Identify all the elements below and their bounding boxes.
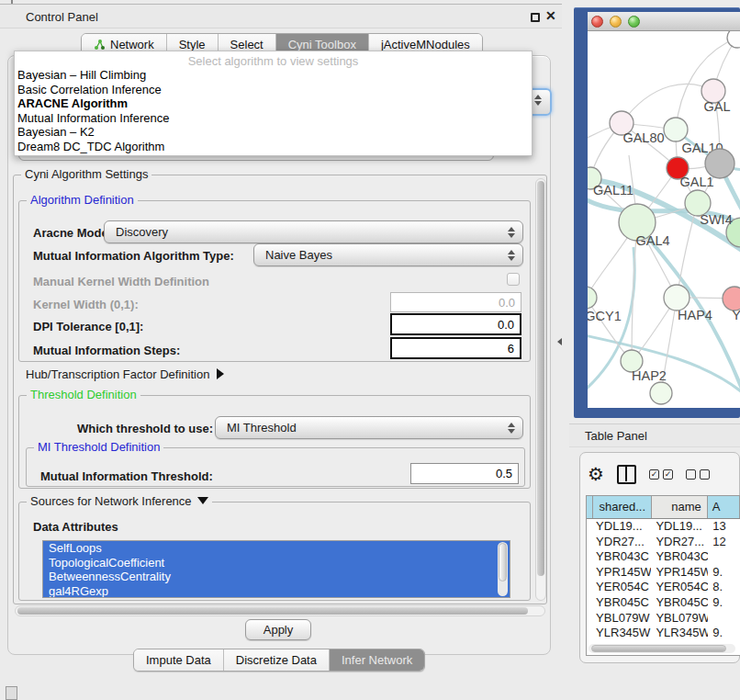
apply-button[interactable]: Apply: [245, 619, 311, 640]
tab-discretize-data[interactable]: Discretize Data: [224, 649, 330, 671]
split-view-icon[interactable]: [617, 465, 636, 484]
table-cell: YBR043C: [591, 549, 651, 565]
node-gal10[interactable]: [664, 118, 688, 141]
attribute-item-betweennesscentrality[interactable]: BetweennessCentrality: [43, 570, 510, 584]
table-row[interactable]: YBR045CYBR045C9.: [587, 595, 740, 611]
which-threshold-combo[interactable]: MI Threshold: [215, 416, 523, 439]
node-label-swi4: SWI4: [700, 212, 732, 227]
mi-threshold-legend: MI Threshold Definition: [34, 440, 163, 454]
table-row[interactable]: YER054CYER054C8.: [587, 580, 740, 595]
table-cell: YBR045C: [591, 595, 651, 611]
tab-label: Select: [230, 38, 263, 51]
gear-icon[interactable]: ⚙: [588, 465, 604, 483]
table-row[interactable]: YBL079WYBL079W: [587, 611, 740, 627]
table-row[interactable]: YBR043CYBR043C: [587, 549, 740, 565]
manual-kernel-checkbox[interactable]: [507, 273, 520, 286]
list-scrollbar[interactable]: [498, 542, 508, 596]
aracne-mode-combo[interactable]: Discovery: [104, 220, 523, 243]
node-label-y: Y: [732, 308, 740, 322]
algorithm-dropdown-list: Select algorithm to view settings Bayesi…: [14, 51, 533, 156]
column-header-stub: [587, 496, 593, 518]
algorithm-option-bayesian-k2[interactable]: Bayesian – K2: [15, 125, 532, 140]
algorithm-option-aracne-algorithm[interactable]: ARACNE Algorithm: [15, 96, 532, 111]
stepper-icon: [503, 423, 520, 434]
column-header-a[interactable]: A: [708, 496, 740, 518]
table-header-row: shared...nameA: [587, 496, 740, 519]
table-row[interactable]: YLR345WYLR345W9.: [587, 626, 740, 641]
table-cell: YBL079W: [591, 611, 651, 627]
mi-threshold-field[interactable]: 0.5: [410, 463, 519, 484]
table-panel-header: Table Panel: [569, 423, 740, 447]
zoom-traffic-icon[interactable]: [628, 16, 640, 28]
stepper-icon: [503, 227, 520, 238]
table-row[interactable]: YDL19...YDL19...13: [587, 519, 740, 535]
table-cell: 13: [708, 519, 740, 535]
settings-vertical-scrollbar[interactable]: [535, 178, 546, 601]
mi-threshold-label: Mutual Information Threshold:: [40, 469, 213, 483]
network-node[interactable]: [650, 382, 672, 404]
node-label-gal11: GAL11: [593, 183, 633, 198]
expand-arrow-icon: [217, 368, 224, 379]
tab-label: Discretize Data: [236, 653, 317, 667]
table-cell: YDL19...: [651, 519, 708, 535]
which-threshold-value: MI Threshold: [227, 421, 503, 435]
dpi-tolerance-field[interactable]: 0.0: [390, 313, 521, 335]
mi-steps-field[interactable]: 6: [390, 337, 521, 359]
dpi-tolerance-label: DPI Tolerance [0,1]:: [33, 320, 143, 333]
network-node[interactable]: [727, 31, 740, 48]
table-horizontal-scrollbar[interactable]: [589, 644, 735, 653]
kernel-width-label: Kernel Width (0,1):: [33, 298, 139, 311]
select-all-icon[interactable]: ✓✓: [649, 469, 673, 480]
table-cell: YDR27...: [591, 535, 651, 550]
table-cell: 12: [708, 535, 740, 550]
table-panel-card: ⚙ ✓✓ shared...nameA YDL19...YDL19...13YD…: [579, 452, 740, 663]
mi-type-value: Naive Bayes: [265, 248, 503, 262]
tab-impute-data[interactable]: Impute Data: [134, 649, 224, 671]
settings-horizontal-scrollbar[interactable]: [15, 605, 545, 616]
column-header-name[interactable]: name: [652, 496, 708, 518]
network-window-titlebar[interactable]: [588, 12, 740, 31]
tab-label: jActiveMNodules: [381, 38, 470, 51]
table-cell: 8.: [708, 580, 740, 595]
attribute-item-selfloops[interactable]: SelfLoops: [43, 541, 510, 556]
dock-mini-icon[interactable]: [6, 686, 17, 700]
hub-section-label: Hub/Transcription Factor Definition: [26, 367, 209, 381]
algorithm-option-bayesian-hill-climbing[interactable]: Bayesian – Hill Climbing: [15, 68, 532, 83]
kernel-width-field[interactable]: 0.0: [390, 292, 521, 312]
node-label-gal4: GAL4: [635, 233, 669, 248]
hub-section-toggle[interactable]: Hub/Transcription Factor Definition: [26, 367, 224, 381]
table-cell: YPR145W: [651, 565, 708, 581]
mi-steps-label: Mutual Information Steps:: [33, 344, 180, 357]
network-canvas[interactable]: GALGAL80GAL10GAL1SWI4GAL11GAL4GCY1HAP4YH…: [588, 31, 740, 408]
network-edge[interactable]: [622, 84, 713, 123]
minimize-traffic-icon[interactable]: [610, 16, 622, 28]
table-row[interactable]: YPR145WYPR145W9.: [587, 565, 740, 581]
table-row[interactable]: YDR27...YDR27...12: [587, 535, 740, 550]
float-window-icon[interactable]: [531, 13, 540, 22]
network-icon: [94, 39, 106, 51]
node-gcy1[interactable]: [588, 287, 597, 309]
algorithm-option-basic-correlation-inference[interactable]: Basic Correlation Inference: [15, 83, 532, 97]
close-icon[interactable]: ✕: [545, 8, 556, 23]
bottom-tabbar: Impute DataDiscretize DataInfer Network: [133, 649, 425, 672]
settings-group-legend: Cyni Algorithm Settings: [21, 167, 151, 181]
attribute-item-topologicalcoefficient[interactable]: TopologicalCoefficient: [43, 556, 510, 570]
mi-type-combo[interactable]: Naive Bayes: [253, 243, 523, 266]
deselect-all-icon[interactable]: [686, 469, 710, 480]
node-label-gal80: GAL80: [622, 130, 664, 145]
algorithm-option-mutual-information-inference[interactable]: Mutual Information Inference: [15, 111, 532, 126]
sources-legend-text: Sources for Network Inference: [30, 494, 192, 508]
column-header-shared[interactable]: shared...: [593, 496, 652, 518]
data-attributes-list: SelfLoopsTopologicalCoefficientBetweenne…: [42, 540, 510, 598]
tab-infer-network[interactable]: Infer Network: [330, 649, 424, 671]
sources-legend[interactable]: Sources for Network Inference: [27, 494, 212, 508]
splitter-collapse-icon[interactable]: [557, 338, 562, 345]
threshold-definition-legend: Threshold Definition: [27, 388, 140, 401]
table-cell: YBL079W: [651, 611, 708, 627]
attribute-item-gal4rgexp[interactable]: gal4RGexp: [43, 584, 510, 598]
close-traffic-icon[interactable]: [591, 16, 603, 28]
node-hap4[interactable]: [664, 285, 690, 310]
table-cell: YER054C: [591, 580, 651, 595]
algorithm-option-dream8-dc-tdc-algorithm[interactable]: Dream8 DC_TDC Algorithm: [15, 140, 532, 154]
node-label-gcy1: GCY1: [588, 309, 622, 323]
